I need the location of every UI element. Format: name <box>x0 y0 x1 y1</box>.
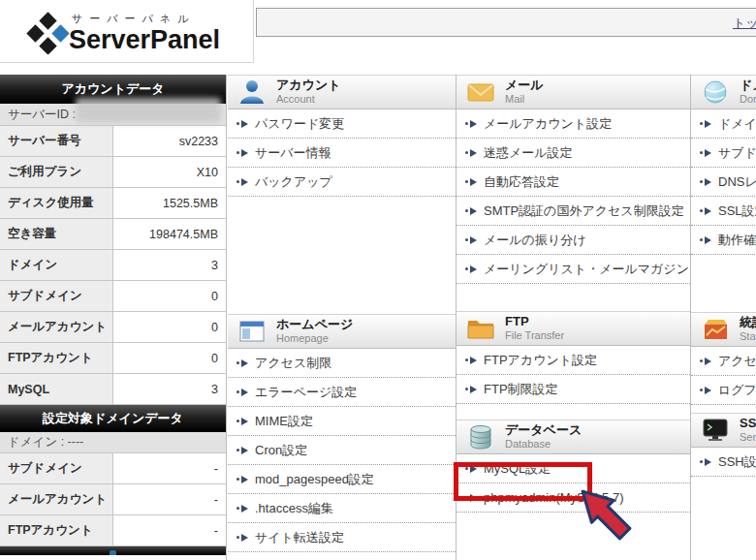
stats-icon <box>701 315 730 344</box>
section-subtitle: Server <box>740 431 756 444</box>
arrow-bullet-icon <box>236 359 248 367</box>
menu-item-domain-1[interactable]: サブドメイン設定 <box>691 139 756 168</box>
section-subtitle: Account <box>276 93 341 106</box>
arrow-bullet-icon <box>700 207 711 215</box>
section-ssh: SSH Server SSH設定 <box>691 413 756 477</box>
stat-value: sv2233 <box>113 126 226 156</box>
section-title: データベース <box>505 423 582 438</box>
account-icon <box>237 78 267 107</box>
menu-item-account-2[interactable]: バックアップ <box>228 168 456 197</box>
stat-value: 0 <box>113 281 226 311</box>
arrow-bullet-icon <box>465 265 477 273</box>
menu-item-homepage-0[interactable]: アクセス制限 <box>228 349 456 378</box>
sidebar-stat-row: サーバー番号 sv2233 <box>0 126 226 157</box>
main-menu: アカウント Account パスワード変更 サーバー情報 バックアップ ホームペ… <box>228 75 756 560</box>
menu-item-homepage-6[interactable]: サイト転送設定 <box>228 523 456 552</box>
section-stats: 統計 Statistics アクセス解析 ログファイル <box>691 312 756 405</box>
arrow-bullet-icon <box>700 149 711 157</box>
server-id-label: サーバーID : <box>8 108 76 121</box>
sidebar-stat-row: メールアカウント - <box>0 484 226 515</box>
stat-label: FTPアカウント <box>0 343 113 373</box>
logo-title: ServerPanel <box>69 25 220 55</box>
stat-label: メールアカウント <box>0 484 113 514</box>
arrow-bullet-icon <box>236 149 248 157</box>
sidebar-header-domain-data: 設定対象ドメインデータ <box>0 405 226 432</box>
arrow-bullet-icon <box>236 476 248 483</box>
menu-item-mail-2[interactable]: 自動応答設定 <box>457 168 690 197</box>
section-subtitle: File Transfer <box>505 329 564 342</box>
menu-item-ftp-1[interactable]: FTP制限設定 <box>457 375 690 404</box>
menu-item-mail-0[interactable]: メールアカウント設定 <box>457 109 690 139</box>
section-mail: メール Mail メールアカウント設定 迷惑メール設定 自動応答設定 SMTP認… <box>457 75 690 284</box>
section-title: メール <box>505 78 544 93</box>
arrow-bullet-icon <box>236 447 248 454</box>
arrow-bullet-icon <box>236 505 248 513</box>
section-domain: ドメイン Domain ドメイン設定 サブドメイン設定 DNSレコード設定 SS… <box>691 75 756 255</box>
sidebar: アカウントデータ サーバーID : サーバー番号 sv2233 ご利用プラン X… <box>0 75 227 560</box>
menu-item-stats-1[interactable]: ログファイル <box>691 376 756 405</box>
menu-item-mail-4[interactable]: メールの振り分け <box>457 226 690 255</box>
arrow-bullet-icon <box>236 389 248 396</box>
domain-icon <box>701 78 730 107</box>
menu-item-database-1[interactable]: phpmyadmin(MySQL5.7) <box>457 483 690 513</box>
menu-item-domain-3[interactable]: SSL設定 <box>691 197 756 226</box>
section-database: データベース Database MySQL設定 phpmyadmin(MySQL… <box>457 420 690 513</box>
sidebar-stat-row: ご利用プラン X10 <box>0 157 226 188</box>
logo-subtitle: サーバーパネル <box>72 12 195 26</box>
stat-label: MySQL <box>0 374 113 404</box>
menu-item-homepage-4[interactable]: mod_pagespeed設定 <box>228 465 456 494</box>
arrow-bullet-icon <box>465 494 477 502</box>
top-bar: トップ <box>256 8 756 37</box>
database-icon <box>466 422 495 451</box>
stat-label: ドメイン <box>0 250 113 280</box>
server-id-row: サーバーID : <box>0 104 226 126</box>
bottom-icon-fragment <box>110 550 116 555</box>
logo-diamonds-icon <box>25 12 70 54</box>
sidebar-bottom-bar <box>0 546 226 555</box>
menu-item-mail-1[interactable]: 迷惑メール設定 <box>457 139 690 168</box>
arrow-bullet-icon <box>700 358 711 365</box>
menu-item-domain-2[interactable]: DNSレコード設定 <box>691 168 756 197</box>
menu-item-ftp-0[interactable]: FTPアカウント設定 <box>457 346 690 375</box>
sidebar-stat-row: MySQL 3 <box>0 374 226 405</box>
arrow-bullet-icon <box>700 120 711 128</box>
sidebar-stat-row: 空き容量 198474.5MB <box>0 219 226 250</box>
arrow-bullet-icon <box>236 120 248 128</box>
menu-item-homepage-2[interactable]: MIME設定 <box>228 407 456 436</box>
menu-item-ssh-0[interactable]: SSH設定 <box>691 448 756 477</box>
section-title: ドメイン <box>740 78 756 93</box>
stat-value: - <box>113 453 226 483</box>
arrow-bullet-icon <box>236 418 248 425</box>
section-subtitle: Database <box>505 438 582 451</box>
menu-item-database-0[interactable]: MySQL設定 <box>457 454 690 483</box>
menu-item-domain-4[interactable]: 動作確認URL <box>691 226 756 255</box>
section-subtitle: Homepage <box>276 332 353 345</box>
menu-item-homepage-5[interactable]: .htaccess編集 <box>228 494 456 523</box>
homepage-icon <box>237 317 267 346</box>
arrow-bullet-icon <box>465 178 477 186</box>
arrow-bullet-icon <box>236 534 248 542</box>
menu-item-account-1[interactable]: サーバー情報 <box>228 139 456 168</box>
arrow-bullet-icon <box>465 149 477 157</box>
menu-item-domain-0[interactable]: ドメイン設定 <box>691 109 756 139</box>
menu-item-account-0[interactable]: パスワード変更 <box>228 109 456 139</box>
menu-item-homepage-1[interactable]: エラーページ設定 <box>228 378 456 407</box>
menu-item-mail-5[interactable]: メーリングリスト・メールマガジン <box>457 255 690 284</box>
menu-item-stats-0[interactable]: アクセス解析 <box>691 347 756 376</box>
menu-item-mail-3[interactable]: SMTP認証の国外アクセス制限設定 <box>457 197 690 226</box>
stat-value: 198474.5MB <box>113 219 226 249</box>
stat-label: サブドメイン <box>0 281 113 311</box>
selected-domain-row: ドメイン : ---- <box>0 432 226 453</box>
top-link[interactable]: トップ <box>733 15 756 32</box>
logo-box: サーバーパネル ServerPanel <box>0 0 254 63</box>
arrow-bullet-icon <box>465 465 477 473</box>
stat-label: 空き容量 <box>0 219 113 249</box>
stat-label: FTPアカウント <box>0 515 113 545</box>
menu-item-homepage-3[interactable]: Cron設定 <box>228 436 456 465</box>
stat-label: メールアカウント <box>0 312 113 342</box>
sidebar-stat-row: サブドメイン - <box>0 453 226 484</box>
arrow-bullet-icon <box>236 178 248 186</box>
stat-value: 0 <box>113 343 226 373</box>
section-subtitle: Statistics <box>740 330 756 343</box>
stat-value: 3 <box>113 374 226 404</box>
